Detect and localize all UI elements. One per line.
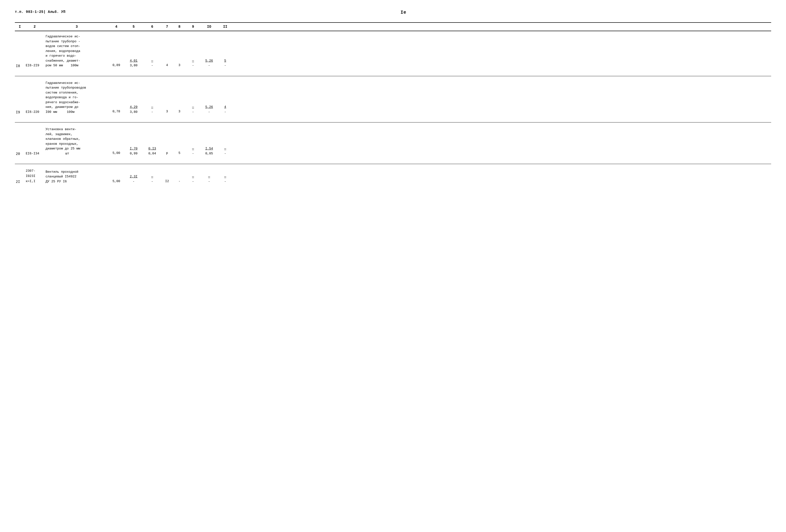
row-21-col4: 5,00 [109, 179, 124, 185]
row-19-code: EI6-220 [25, 109, 45, 115]
row-18-num: I8 [15, 63, 25, 69]
row-18-col6: — - [143, 58, 161, 69]
row-18-col5: 4,01 3,80 [124, 58, 143, 69]
row-19-num: I9 [15, 109, 25, 115]
table-body: I8 EI6-2I9 Гидравлическое ис- пытание тр… [15, 34, 771, 187]
col-header-5: 5 [124, 24, 143, 29]
col-header-1: I [15, 24, 25, 29]
table-row: I8 EI6-2I9 Гидравлическое ис- пытание тр… [15, 34, 771, 71]
row-19-col6: — - [143, 104, 161, 115]
row-21-col10: — - [201, 174, 218, 184]
row-21-col8: - [173, 179, 186, 185]
row-20-col6: 0,I3 0,04 [143, 146, 161, 156]
row-21-col5: 2,3I - [124, 174, 143, 184]
row-divider-3 [15, 164, 771, 164]
row-18-col10: 5,26 - [201, 58, 218, 69]
col-header-10: IO [201, 24, 218, 29]
row-19-col7: 3 [161, 109, 173, 115]
row-21-num: 2I [15, 179, 25, 184]
row-19-col10: 5,26 - [201, 104, 218, 115]
row-18-col8: 3 [173, 62, 186, 69]
row-18-code: EI6-2I9 [25, 63, 45, 68]
col-header-2: 2 [25, 24, 45, 29]
row-18-desc: Гидравлическое ис- пытание трубопро - во… [45, 34, 109, 69]
row-18-col4: 0,89 [109, 62, 124, 69]
row-19-col11: 4 - [218, 104, 233, 115]
col-header-7: 7 [161, 24, 173, 29]
row-21-col7: I2 [161, 179, 173, 185]
row-18-col11: 5 - [218, 58, 233, 69]
col-header-4: 4 [109, 24, 124, 29]
table-row: 20 EI6-I34 Установка венти- лей, задвиже… [15, 126, 771, 159]
row-20-col4: 5,00 [109, 150, 124, 156]
column-headers: I 2 3 4 5 6 7 8 9 IO II [15, 22, 771, 31]
row-19-col5: 4,29 3,80 [124, 104, 143, 115]
row-20-desc: Установка венти- лей, задвижек, клапанов… [45, 126, 109, 156]
row-18-col9: — - [186, 58, 201, 69]
page-header: т.п. 903-1-25| Альб. УП Iе [15, 10, 771, 15]
row-21-code: 2307- I023I к=I,I [25, 168, 45, 184]
row-21-col11: — - [218, 174, 233, 184]
table-row: I9 EI6-220 Гидравлическое ис- пытание тр… [15, 80, 771, 118]
col-header-11: II [218, 24, 233, 29]
row-20-code: EI6-I34 [25, 151, 45, 156]
row-20-col8: 5 [173, 150, 186, 156]
col-header-3: 3 [45, 24, 109, 29]
table-row: 2I 2307- I023I к=I,I Вентиль проходной с… [15, 168, 771, 187]
header-left-text: т.п. 903-1-25| Альб. УП [15, 10, 66, 14]
col-header-6: 6 [143, 24, 161, 29]
row-20-col10: I,54 0,05 [201, 146, 218, 156]
row-20-num: 20 [15, 151, 25, 156]
col-header-8: 8 [173, 24, 186, 29]
row-19-col9: — - [186, 104, 201, 115]
row-20-col9: — - [186, 146, 201, 156]
row-20-col11: — - [218, 146, 233, 156]
col-header-9: 9 [186, 24, 201, 29]
main-table: I 2 3 4 5 6 7 8 9 IO II I8 EI6-2I9 Гидра… [15, 22, 771, 187]
row-20-col7: р [161, 150, 173, 156]
row-21-col9: — - [186, 174, 201, 184]
row-19-col8: 3 [173, 109, 186, 115]
row-19-desc: Гидравлическое ис- пытание трубопроводов… [45, 80, 109, 115]
row-21-col6: — - [143, 174, 161, 184]
row-divider-2 [15, 122, 771, 122]
header-center-text: Iе [401, 10, 407, 15]
row-20-col5: I,70 0,99 [124, 146, 143, 156]
row-19-col4: 0,78 [109, 109, 124, 115]
row-21-desc: Вентиль проходной сланцевый I54922 ДУ 25… [45, 169, 109, 185]
row-18-col7: 4 [161, 62, 173, 69]
